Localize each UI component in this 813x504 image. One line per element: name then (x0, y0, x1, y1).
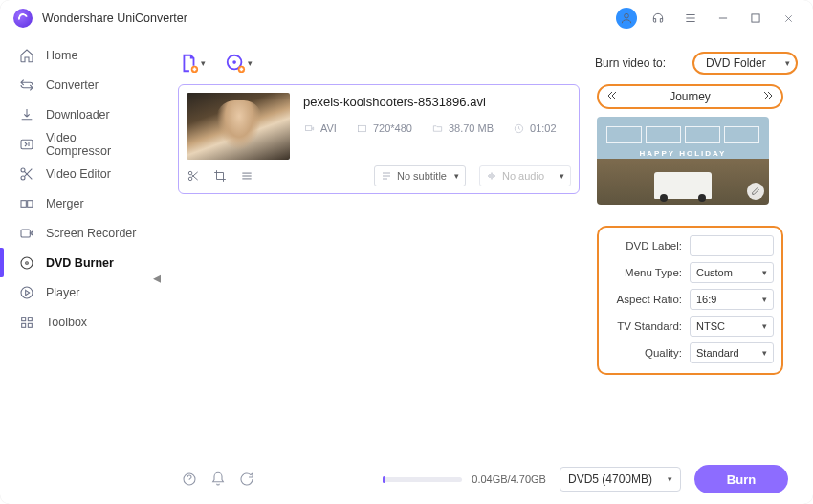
sidebar-item-label: Player (46, 286, 79, 299)
download-icon (19, 107, 34, 122)
audio-dropdown[interactable]: No audio ▾ (479, 165, 571, 186)
sidebar-item-recorder[interactable]: Screen Recorder (0, 218, 161, 248)
grid-icon (19, 315, 34, 330)
more-icon[interactable] (240, 169, 253, 183)
add-file-icon (178, 53, 199, 74)
burn-to-label: Burn video to: (595, 56, 666, 70)
support-icon[interactable] (647, 7, 670, 30)
window-maximize[interactable] (744, 7, 767, 30)
sidebar-collapse-icon[interactable]: ◂ (152, 270, 162, 285)
feedback-icon[interactable] (239, 471, 254, 487)
burn-to-dropdown[interactable]: DVD Folder ▾ (692, 52, 798, 75)
aspect-ratio-label: Aspect Ratio: (606, 294, 682, 305)
disc-type-dropdown[interactable]: DVD5 (4700MB) ▾ (560, 467, 681, 492)
add-disc-button[interactable]: ▾ (225, 53, 253, 74)
sidebar-item-downloader[interactable]: Downloader (0, 99, 161, 129)
chevron-down-icon: ▾ (762, 348, 767, 358)
sidebar-item-converter[interactable]: Converter (0, 70, 161, 99)
template-navigator: Journey (597, 84, 783, 109)
file-name: pexels-koolshooters-8531896.avi (303, 95, 571, 109)
sidebar-item-compressor[interactable]: Video Compressor (0, 129, 161, 159)
svg-rect-19 (305, 125, 311, 130)
file-meta: AVI 720*480 38.70 MB 01:02 (303, 122, 571, 134)
scissors-icon (19, 166, 34, 182)
sidebar-item-dvd-burner[interactable]: DVD Burner (0, 248, 161, 277)
trim-icon[interactable] (187, 169, 200, 183)
window-close[interactable] (777, 7, 800, 30)
chevron-down-icon: ▾ (248, 58, 253, 68)
clock-icon (513, 123, 525, 134)
edit-template-icon[interactable] (747, 183, 764, 200)
tv-standard-label: TV Standard: (606, 320, 682, 332)
app-title: Wondershare UniConverter (42, 11, 187, 25)
subtitle-dropdown[interactable]: No subtitle ▾ (374, 165, 466, 186)
window-minimize[interactable] (712, 7, 735, 30)
svg-rect-1 (752, 14, 759, 22)
sidebar-item-home[interactable]: Home (0, 40, 161, 70)
svg-rect-11 (22, 317, 26, 320)
sidebar-item-merger[interactable]: Merger (0, 188, 161, 218)
svg-rect-20 (358, 125, 365, 131)
disc-icon (19, 255, 34, 271)
home-icon (19, 48, 34, 63)
footer: 0.04GB/4.70GB DVD5 (4700MB) ▾ Burn (178, 454, 798, 504)
menu-type-dropdown[interactable]: Custom▾ (690, 262, 774, 283)
svg-rect-6 (28, 200, 33, 207)
size-progress-text: 0.04GB/4.70GB (472, 473, 546, 485)
resolution-icon (356, 123, 368, 134)
menu-type-label: Menu Type: (606, 267, 682, 278)
chevron-down-icon: ▾ (762, 295, 767, 304)
svg-point-10 (21, 287, 33, 298)
play-icon (19, 285, 34, 300)
crop-icon[interactable] (213, 169, 227, 183)
svg-point-22 (188, 171, 192, 175)
svg-point-8 (21, 257, 33, 269)
titlebar: Wondershare UniConverter (0, 0, 813, 36)
compress-icon (19, 137, 34, 152)
sidebar-item-toolbox[interactable]: Toolbox (0, 307, 161, 337)
sidebar-item-label: DVD Burner (46, 256, 114, 270)
sidebar-item-label: Downloader (46, 108, 110, 121)
audio-wave-icon (486, 170, 497, 182)
burn-settings-panel: DVD Label: Menu Type: Custom▾ Aspect Rat… (597, 226, 783, 375)
sidebar-item-label: Screen Recorder (46, 227, 137, 240)
folder-icon (431, 123, 444, 134)
svg-rect-13 (22, 323, 26, 327)
chevron-down-icon: ▾ (668, 474, 672, 484)
merge-icon (19, 196, 34, 211)
aspect-ratio-dropdown[interactable]: 16:9▾ (690, 289, 774, 310)
svg-rect-5 (21, 200, 26, 207)
video-thumbnail[interactable] (187, 93, 290, 160)
burn-button[interactable]: Burn (694, 465, 788, 493)
next-template-icon[interactable] (762, 88, 774, 105)
template-preview[interactable]: HAPPY HOLIDAY (597, 117, 769, 205)
record-icon (19, 226, 34, 241)
bell-icon[interactable] (210, 471, 226, 487)
svg-point-9 (26, 261, 29, 264)
sidebar-item-label: Video Editor (46, 167, 111, 181)
add-file-button[interactable]: ▾ (178, 53, 206, 74)
user-avatar-icon[interactable] (616, 8, 637, 29)
tv-standard-dropdown[interactable]: NTSC▾ (690, 316, 774, 337)
chevron-down-icon: ▾ (762, 321, 767, 331)
svg-point-4 (21, 176, 25, 180)
format-icon (303, 123, 316, 134)
svg-point-3 (21, 168, 25, 172)
file-card[interactable]: pexels-koolshooters-8531896.avi AVI 720*… (178, 84, 580, 194)
quality-dropdown[interactable]: Standard▾ (690, 342, 774, 363)
chevron-down-icon: ▾ (560, 171, 564, 181)
size-progress-bar (383, 477, 462, 482)
sidebar-item-editor[interactable]: Video Editor (0, 159, 161, 188)
prev-template-icon[interactable] (606, 88, 618, 105)
converter-icon (19, 77, 34, 93)
help-icon[interactable] (182, 471, 197, 487)
chevron-down-icon: ▾ (762, 268, 767, 277)
menu-icon[interactable] (679, 7, 702, 30)
chevron-down-icon: ▾ (785, 58, 790, 68)
template-name: Journey (670, 90, 711, 103)
sidebar-item-player[interactable]: Player (0, 277, 161, 307)
sidebar-item-label: Video Compressor (46, 131, 142, 158)
dvd-label-input[interactable] (690, 235, 774, 256)
svg-rect-14 (28, 323, 32, 327)
load-disc-icon (225, 53, 246, 74)
